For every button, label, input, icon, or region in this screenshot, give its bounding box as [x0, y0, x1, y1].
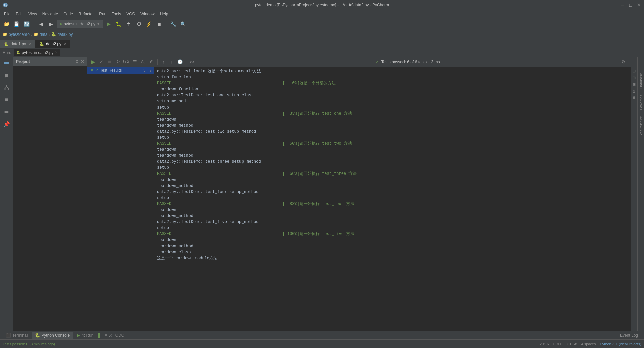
run-clock-button[interactable]: 🕐: [176, 58, 184, 66]
right-tab-database[interactable]: Database: [638, 70, 644, 91]
tab-data2[interactable]: 🐍 data2.py ✕: [35, 40, 70, 48]
forward-button[interactable]: ▶: [47, 20, 55, 28]
sidebar-structure-icon[interactable]: [1, 82, 12, 93]
output-panel[interactable]: data2.py::test_login 这是一个setup_module方法s…: [154, 67, 631, 331]
svg-text:Py: Py: [4, 4, 7, 7]
run-rerun-button[interactable]: ↻: [114, 58, 122, 66]
run-tab[interactable]: 🐍 pytest in data2.py ✕: [14, 49, 60, 56]
tab-data2-close[interactable]: ✕: [63, 42, 66, 46]
panel-icon-2[interactable]: ⊞: [632, 75, 637, 80]
open-button[interactable]: 📁: [2, 20, 11, 28]
panel-icon-print[interactable]: 🖨: [632, 88, 637, 94]
breadcrumb-file[interactable]: data2.py: [57, 32, 73, 37]
title-left: Py: [3, 2, 8, 8]
run-bar: Run: 🐍 pytest in data2.py ✕: [0, 48, 644, 57]
maximize-button[interactable]: □: [628, 2, 633, 8]
tab-data1-label: data1.py: [11, 42, 26, 46]
run-rerun-failed[interactable]: ↻✗: [123, 58, 130, 66]
todo-tab[interactable]: ≡ 6: TODO: [101, 332, 128, 339]
concurrency-button[interactable]: ⚡: [145, 20, 153, 28]
sidebar-stop-icon[interactable]: ■: [1, 94, 12, 105]
menu-window[interactable]: Window: [138, 10, 157, 18]
output-line: data2.py::TestDemo::test_two setup_metho…: [157, 129, 628, 135]
output-line: data2.py::test_login 这是一个setup_module方法: [157, 68, 628, 74]
run-minimize-button[interactable]: ─: [628, 58, 635, 66]
test-results-root[interactable]: ▼ ✓ Test Results 3 ms: [87, 67, 154, 74]
menu-vcs[interactable]: VCS: [124, 10, 138, 18]
output-line: teardown_method: [157, 183, 628, 189]
menu-view[interactable]: View: [25, 10, 40, 18]
menu-edit[interactable]: Edit: [13, 10, 25, 18]
menu-refactor[interactable]: Refactor: [76, 10, 96, 18]
terminal-tab[interactable]: ⬛ Terminal: [3, 332, 31, 339]
run-button[interactable]: ▶: [104, 20, 113, 28]
sidebar-run-icon[interactable]: ═: [1, 107, 12, 117]
run-navigate-down[interactable]: ↓: [168, 58, 175, 66]
output-line: teardown: [157, 207, 628, 213]
menu-code[interactable]: Code: [61, 10, 76, 18]
menu-run[interactable]: Run: [96, 10, 109, 18]
menu-help[interactable]: Help: [157, 10, 171, 18]
output-line: teardown_method: [157, 243, 628, 249]
run-more-button[interactable]: >>: [188, 58, 196, 66]
right-tab-favorites[interactable]: Favorites: [638, 92, 644, 113]
output-line: teardown: [157, 177, 628, 183]
run-play-button[interactable]: ▶: [89, 58, 97, 66]
sidebar-pin-icon[interactable]: 📌: [1, 119, 12, 129]
test-tree: ▼ ✓ Test Results 3 ms: [87, 67, 154, 331]
tab-data2-label: data2.py: [46, 42, 61, 46]
output-line: data2.py::TestDemo::test_four setup_meth…: [157, 189, 628, 195]
run-toggle-tree[interactable]: ☰: [131, 58, 139, 66]
panel-icon-1[interactable]: ⊟: [632, 68, 637, 74]
search-button[interactable]: 🔍: [179, 20, 188, 28]
back-button[interactable]: ◀: [37, 20, 45, 28]
status-bar: Tests passed: 6 (3 minutes ago) 29:16 CR…: [0, 339, 644, 348]
debug-button[interactable]: 🐛: [114, 20, 123, 28]
run-tab-close[interactable]: ✕: [55, 51, 57, 54]
status-indent[interactable]: 4 spaces: [581, 342, 596, 346]
save-button[interactable]: 💾: [12, 20, 21, 28]
menu-tools[interactable]: Tools: [109, 10, 124, 18]
panel-options-icon[interactable]: ⚙: [75, 59, 79, 64]
run-settings-button[interactable]: ⚙: [620, 58, 627, 66]
panel-icon-3[interactable]: ⊟: [632, 82, 637, 87]
panel-close-icon[interactable]: ✕: [80, 59, 84, 64]
test-results-time: 3 ms: [143, 68, 151, 72]
panel-icon-trash[interactable]: 🗑: [632, 95, 637, 100]
sidebar-project-icon[interactable]: [1, 58, 12, 69]
minimize-button[interactable]: ─: [620, 2, 625, 8]
output-line: 这是一个teardown_module方法: [157, 255, 628, 261]
run-stop-button[interactable]: ⏹: [106, 58, 113, 66]
menu-file[interactable]: File: [1, 10, 13, 18]
breadcrumb-project[interactable]: pytestdemo: [9, 32, 30, 37]
run-config-dropdown[interactable]: ▶ pytest in data2.py ▼: [57, 20, 103, 28]
run-tab-bottom[interactable]: ▶ 4: Run: [74, 332, 97, 339]
tab-data1[interactable]: 🐍 data1.py ✕: [0, 40, 35, 48]
tab-data1-close[interactable]: ✕: [28, 42, 31, 46]
status-python[interactable]: Python 3.7 (ideaProjects): [600, 342, 641, 346]
status-line-sep[interactable]: CRLF: [553, 342, 563, 346]
status-line-col[interactable]: 29:16: [540, 342, 549, 346]
python-console-label: Python Console: [41, 333, 70, 338]
stop-button[interactable]: ⏹: [155, 20, 163, 28]
svg-rect-2: [4, 62, 9, 63]
window-controls: ─ □ ✕: [620, 2, 641, 8]
output-line: PASSED [ 50%]请开始执行 test_two 方法: [157, 141, 628, 147]
sidebar-bookmark-icon[interactable]: [1, 70, 12, 81]
settings-button[interactable]: 🔧: [169, 20, 178, 28]
refresh-button[interactable]: 🔄: [22, 20, 31, 28]
run-sort-duration[interactable]: ⏱: [148, 58, 155, 66]
profile-button[interactable]: ⏱: [135, 20, 143, 28]
run-navigate-up[interactable]: ↑: [160, 58, 167, 66]
event-log-tab[interactable]: Event Log: [616, 332, 641, 339]
right-tab-structure[interactable]: Z: Structure: [638, 113, 644, 138]
python-console-tab[interactable]: 🐍 Python Console: [32, 332, 73, 339]
menu-navigate[interactable]: Navigate: [40, 10, 61, 18]
run-with-coverage[interactable]: ☂: [124, 20, 133, 28]
separator-1: [34, 21, 34, 27]
status-encoding[interactable]: UTF-8: [567, 342, 577, 346]
run-check-button[interactable]: ✓: [98, 58, 105, 66]
run-sort-alpha[interactable]: A↓: [140, 58, 147, 66]
breadcrumb-data[interactable]: data: [40, 32, 47, 37]
close-button[interactable]: ✕: [636, 2, 641, 8]
